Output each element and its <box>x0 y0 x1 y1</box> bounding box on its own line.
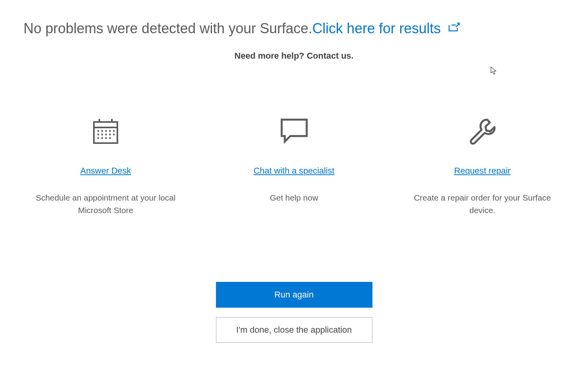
repair-link[interactable]: Request repair <box>454 166 511 176</box>
card-repair: Request repair Create a repair order for… <box>400 116 565 216</box>
svg-rect-5 <box>97 130 99 132</box>
svg-rect-6 <box>101 130 103 132</box>
external-link-icon <box>448 22 460 34</box>
svg-rect-14 <box>113 134 115 135</box>
svg-rect-16 <box>101 137 103 139</box>
chat-icon <box>212 116 376 147</box>
svg-rect-8 <box>109 130 111 132</box>
wrench-icon <box>400 116 565 147</box>
calendar-icon <box>23 116 188 147</box>
chat-desc: Get help now <box>212 192 376 204</box>
page-heading-row: No problems were detected with your Surf… <box>23 20 565 37</box>
svg-rect-7 <box>105 130 107 132</box>
card-answer-desk: Answer Desk Schedule an appointment at y… <box>23 116 188 216</box>
svg-rect-13 <box>109 134 111 135</box>
sub-heading: Need more help? Contact us. <box>23 51 565 61</box>
repair-desc: Create a repair order for your Surface d… <box>400 192 565 216</box>
svg-line-0 <box>456 23 459 27</box>
svg-rect-1 <box>94 122 117 143</box>
svg-rect-18 <box>109 137 111 139</box>
svg-rect-12 <box>105 134 107 135</box>
svg-rect-11 <box>101 134 103 135</box>
svg-rect-9 <box>113 130 115 132</box>
results-link[interactable]: Click here for results <box>312 20 441 36</box>
answer-desk-link[interactable]: Answer Desk <box>80 166 131 176</box>
close-button[interactable]: I'm done, close the application <box>216 317 372 343</box>
help-cards: Answer Desk Schedule an appointment at y… <box>23 116 565 216</box>
page-heading: No problems were detected with your Surf… <box>23 20 312 36</box>
chat-link[interactable]: Chat with a specialist <box>254 166 334 176</box>
svg-rect-17 <box>105 137 107 139</box>
card-chat: Chat with a specialist Get help now <box>212 116 376 216</box>
svg-rect-10 <box>97 134 99 135</box>
svg-rect-15 <box>97 137 99 139</box>
action-buttons: Run again I'm done, close the applicatio… <box>23 282 565 343</box>
answer-desk-desc: Schedule an appointment at your local Mi… <box>23 192 188 216</box>
run-again-button[interactable]: Run again <box>216 282 372 308</box>
